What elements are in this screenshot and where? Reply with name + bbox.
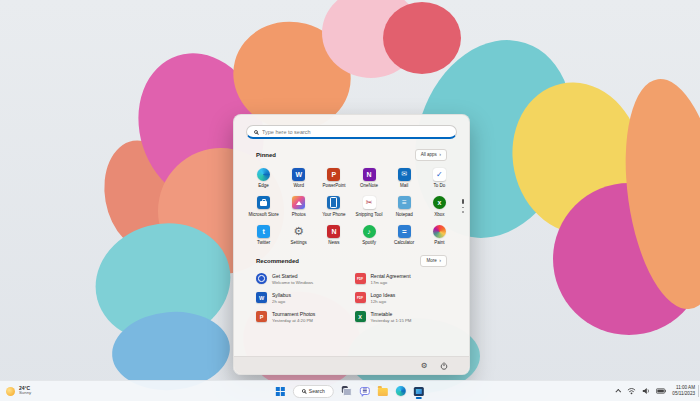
- taskbar-center: Search: [276, 381, 424, 401]
- pinned-app-mail[interactable]: ✉ Mail: [387, 166, 422, 191]
- recommended-item-get-started[interactable]: Get Started Welcome to Windows: [256, 273, 349, 285]
- active-app-button[interactable]: [414, 383, 425, 399]
- pinned-app-todo[interactable]: ✓ To Do: [422, 166, 457, 191]
- news-icon: N: [327, 225, 340, 238]
- search-icon: [302, 389, 306, 393]
- pinned-app-paint[interactable]: Paint: [422, 223, 457, 248]
- chevron-right-icon: ›: [439, 258, 441, 264]
- pinned-app-label: Microsoft Store: [248, 212, 278, 217]
- windows-logo-icon: [276, 387, 285, 396]
- pdf-icon: PDF: [355, 292, 366, 303]
- word-doc-icon: W: [256, 292, 267, 303]
- pinned-pagination[interactable]: [462, 199, 464, 213]
- word-icon: W: [292, 168, 305, 181]
- chevron-right-icon: ›: [439, 152, 441, 158]
- photos-icon: [292, 196, 305, 209]
- more-label: More: [426, 258, 436, 263]
- file-explorer-button[interactable]: [378, 383, 388, 399]
- pinned-app-edge[interactable]: Edge: [246, 166, 281, 191]
- powerpoint-doc-icon: P: [256, 311, 267, 322]
- taskbar-search-label: Search: [309, 388, 325, 394]
- pinned-app-label: OneNote: [360, 183, 378, 188]
- desktop: Pinned All apps › Edge W Word P PowerPoi…: [0, 0, 700, 401]
- get-started-icon: [256, 273, 267, 284]
- weather-widget[interactable]: 24°C Sunny: [6, 381, 31, 401]
- pinned-app-xbox[interactable]: x Xbox: [422, 194, 457, 219]
- recommended-item-subtitle: 2h ago: [272, 299, 291, 304]
- pinned-app-label: Edge: [258, 183, 269, 188]
- pinned-app-label: Settings: [291, 240, 307, 245]
- recommended-item-subtitle: 12h ago: [371, 299, 396, 304]
- pinned-app-label: Your Phone: [322, 212, 345, 217]
- edge-icon: [396, 386, 406, 396]
- settings-button[interactable]: ⚙: [419, 361, 429, 371]
- recommended-label: Recommended: [256, 258, 299, 264]
- task-view-button[interactable]: [342, 383, 352, 399]
- speaker-icon[interactable]: [642, 387, 650, 395]
- pinned-app-calculator[interactable]: = Calculator: [387, 223, 422, 248]
- pinned-app-label: Mail: [400, 183, 408, 188]
- recommended-item-title: Tournament Photos: [272, 311, 315, 317]
- all-apps-button[interactable]: All apps ›: [415, 149, 447, 161]
- more-button[interactable]: More ›: [420, 255, 447, 267]
- calculator-icon: =: [398, 225, 411, 238]
- pinned-apps-grid: Edge W Word P PowerPoint N OneNote ✉ Mai…: [246, 166, 457, 248]
- pinned-app-news[interactable]: N News: [316, 223, 351, 248]
- search-field[interactable]: [262, 129, 449, 135]
- recommended-item-subtitle: Yesterday at 4:20 PM: [272, 318, 315, 323]
- pinned-app-powerpoint[interactable]: P PowerPoint: [316, 166, 351, 191]
- clock[interactable]: 11:00 AM 05/11/2023: [672, 385, 695, 397]
- mail-icon: ✉: [398, 168, 411, 181]
- wallpaper-blob: [383, 2, 461, 74]
- pinned-app-label: News: [328, 240, 339, 245]
- pinned-app-settings[interactable]: ⚙ Settings: [281, 223, 316, 248]
- start-button[interactable]: [276, 383, 285, 399]
- recommended-item-title: Logo Ideas: [371, 292, 396, 298]
- pinned-app-label: Snipping Tool: [356, 212, 383, 217]
- pinned-app-spotify[interactable]: ♪ Spotify: [352, 223, 387, 248]
- chevron-up-icon[interactable]: [616, 389, 622, 395]
- pinned-app-photos[interactable]: Photos: [281, 194, 316, 219]
- recommended-item-title: Get Started: [272, 273, 313, 279]
- active-app-indicator: [416, 397, 422, 399]
- all-apps-label: All apps: [421, 152, 437, 157]
- recommended-item-title: Syllabus: [272, 292, 291, 298]
- recommended-item-syllabus[interactable]: W Syllabus 2h ago: [256, 292, 349, 304]
- pinned-app-label: Paint: [434, 240, 444, 245]
- recommended-item-subtitle: Yesterday at 1:15 PM: [371, 318, 412, 323]
- battery-icon[interactable]: [656, 388, 666, 394]
- power-button[interactable]: [439, 361, 449, 371]
- taskbar-search[interactable]: Search: [293, 385, 334, 398]
- pinned-app-microsoft-store[interactable]: Microsoft Store: [246, 194, 281, 219]
- excel-doc-icon: X: [355, 311, 366, 322]
- pinned-app-label: Photos: [292, 212, 306, 217]
- recommended-item-subtitle: Welcome to Windows: [272, 280, 313, 285]
- recommended-item-logo-ideas[interactable]: PDF Logo Ideas 12h ago: [355, 292, 448, 304]
- search-icon: [254, 130, 258, 134]
- edge-icon: [257, 168, 270, 181]
- recommended-item-rental-agreement[interactable]: PDF Rental Agreement 17m ago: [355, 273, 448, 285]
- recommended-item-subtitle: 17m ago: [371, 280, 411, 285]
- pinned-app-onenote[interactable]: N OneNote: [352, 166, 387, 191]
- pinned-app-snipping-tool[interactable]: ✂ Snipping Tool: [352, 194, 387, 219]
- recommended-item-tournament-photos[interactable]: P Tournament Photos Yesterday at 4:20 PM: [256, 311, 349, 323]
- pinned-app-label: Word: [293, 183, 304, 188]
- pinned-app-label: To Do: [434, 183, 446, 188]
- search-input[interactable]: [246, 125, 457, 139]
- pinned-app-your-phone[interactable]: Your Phone: [316, 194, 351, 219]
- pinned-app-notepad[interactable]: ≡ Notepad: [387, 194, 422, 219]
- chat-button[interactable]: [360, 383, 370, 399]
- pinned-app-label: Twitter: [257, 240, 270, 245]
- wifi-icon[interactable]: [627, 387, 636, 395]
- pinned-app-word[interactable]: W Word: [281, 166, 316, 191]
- folder-icon: [378, 388, 388, 396]
- recommended-grid: Get Started Welcome to Windows PDF Renta…: [256, 273, 447, 323]
- recommended-item-timetable[interactable]: X Timetable Yesterday at 1:15 PM: [355, 311, 448, 323]
- edge-button[interactable]: [396, 383, 406, 399]
- taskbar: 24°C Sunny Search: [0, 380, 700, 401]
- pinned-app-twitter[interactable]: t Twitter: [246, 223, 281, 248]
- todo-icon: ✓: [433, 168, 446, 181]
- power-icon: [440, 362, 448, 370]
- weather-condition: Sunny: [19, 391, 31, 396]
- your-phone-icon: [327, 196, 340, 209]
